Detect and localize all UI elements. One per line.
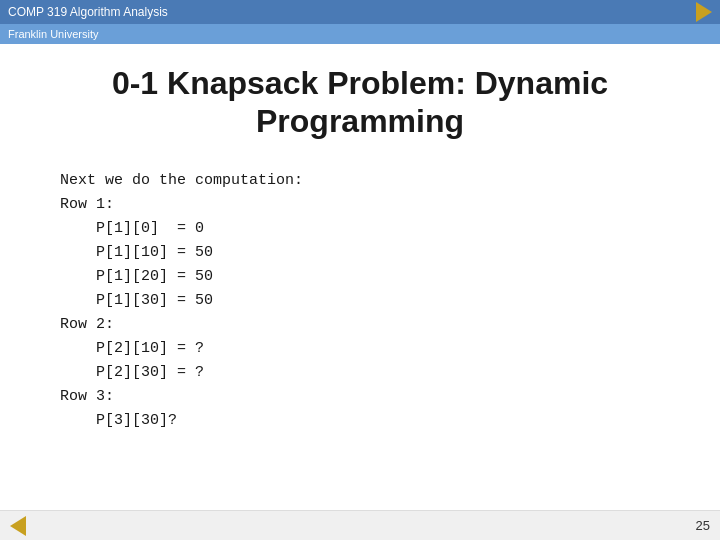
row2-line1: P[2][10] = ? bbox=[60, 337, 660, 361]
row1-line2: P[1][10] = 50 bbox=[60, 241, 660, 265]
row3-line1: P[3][30]? bbox=[60, 409, 660, 433]
slide-title: 0-1 Knapsack Problem: Dynamic Programmin… bbox=[60, 64, 660, 141]
title-line2: Programming bbox=[256, 103, 464, 139]
university-name: Franklin University bbox=[8, 28, 98, 40]
prev-arrow-icon[interactable] bbox=[10, 516, 26, 536]
title-line1: 0-1 Knapsack Problem: Dynamic bbox=[112, 65, 608, 101]
page-number: 25 bbox=[696, 518, 710, 533]
code-block: Next we do the computation: Row 1: P[1][… bbox=[60, 169, 660, 433]
course-title: COMP 319 Algorithm Analysis bbox=[8, 5, 168, 19]
main-content: 0-1 Knapsack Problem: Dynamic Programmin… bbox=[0, 44, 720, 510]
sub-bar: Franklin University bbox=[0, 24, 720, 44]
intro-line: Next we do the computation: bbox=[60, 169, 660, 193]
row3-label: Row 3: bbox=[60, 385, 660, 409]
row1-line4: P[1][30] = 50 bbox=[60, 289, 660, 313]
row1-label: Row 1: bbox=[60, 193, 660, 217]
row1-line3: P[1][20] = 50 bbox=[60, 265, 660, 289]
row1-line1: P[1][0] = 0 bbox=[60, 217, 660, 241]
row2-line2: P[2][30] = ? bbox=[60, 361, 660, 385]
top-bar: COMP 319 Algorithm Analysis bbox=[0, 0, 720, 24]
row2-label: Row 2: bbox=[60, 313, 660, 337]
top-bar-arrow-icon bbox=[696, 2, 712, 22]
bottom-bar: 25 bbox=[0, 510, 720, 540]
